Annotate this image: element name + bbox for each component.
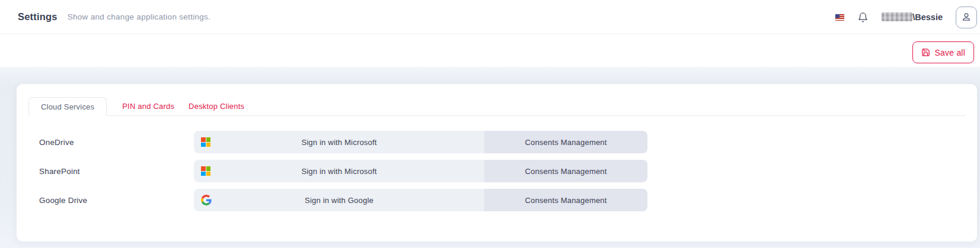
language-us-flag-icon[interactable] (835, 14, 844, 21)
page-subtitle: Show and change application settings. (68, 12, 211, 21)
sign-in-label: Sign in with Microsoft (301, 138, 376, 147)
settings-page: Settings Show and change application set… (0, 0, 980, 248)
username: \Bessie (882, 12, 943, 22)
sign-in-label: Sign in with Microsoft (301, 167, 376, 176)
user-profile-button[interactable] (956, 7, 977, 28)
sign-in-label: Sign in with Google (305, 196, 374, 205)
header-right-cluster: \Bessie (835, 0, 977, 34)
save-all-label: Save all (935, 48, 965, 57)
consents-management-button[interactable]: Consents Management (484, 131, 647, 153)
tab-cloud-services[interactable]: Cloud Services (28, 97, 107, 116)
service-row-sharepoint: SharePoint Sign in with Microsoft Consen… (17, 160, 977, 182)
consents-label: Consents Management (525, 138, 606, 147)
tab-label: Cloud Services (41, 102, 94, 111)
service-name: SharePoint (39, 167, 194, 176)
consents-label: Consents Management (525, 196, 606, 205)
service-row-google-drive: Google Drive Sign in with Google Consent… (17, 189, 977, 211)
cloud-services-list: OneDrive Sign in with Microsoft Consents… (17, 131, 977, 211)
tab-label: PIN and Cards (122, 102, 174, 111)
notifications-bell-button[interactable] (857, 12, 869, 23)
tab-desktop-clients[interactable]: Desktop Clients (189, 102, 244, 111)
consents-management-button[interactable]: Consents Management (484, 189, 647, 211)
service-row-onedrive: OneDrive Sign in with Microsoft Consents… (17, 131, 977, 153)
consents-management-button[interactable]: Consents Management (484, 160, 647, 182)
sign-in-with-microsoft-button[interactable]: Sign in with Microsoft (194, 131, 484, 153)
google-logo-icon (201, 195, 212, 205)
tab-bar: Cloud Services PIN and Cards Desktop Cli… (28, 97, 965, 116)
page-title: Settings (18, 11, 58, 22)
top-header: Settings Show and change application set… (0, 0, 980, 34)
save-icon (921, 48, 930, 57)
sign-in-with-google-button[interactable]: Sign in with Google (194, 189, 484, 211)
save-all-button[interactable]: Save all (912, 41, 974, 63)
actions-toolbar: Save all (0, 34, 980, 67)
sign-in-with-microsoft-button[interactable]: Sign in with Microsoft (194, 160, 484, 182)
microsoft-logo-icon (201, 166, 210, 176)
username-text: \Bessie (912, 12, 943, 22)
bell-icon (857, 12, 869, 23)
settings-card: Cloud Services PIN and Cards Desktop Cli… (17, 84, 977, 241)
tab-pin-and-cards[interactable]: PIN and Cards (122, 102, 174, 111)
service-name: Google Drive (39, 196, 194, 205)
consents-label: Consents Management (525, 167, 606, 176)
user-icon (960, 11, 972, 23)
microsoft-logo-icon (201, 137, 210, 147)
tab-label: Desktop Clients (189, 102, 244, 111)
service-name: OneDrive (39, 138, 194, 147)
censored-domain-block (882, 12, 912, 21)
